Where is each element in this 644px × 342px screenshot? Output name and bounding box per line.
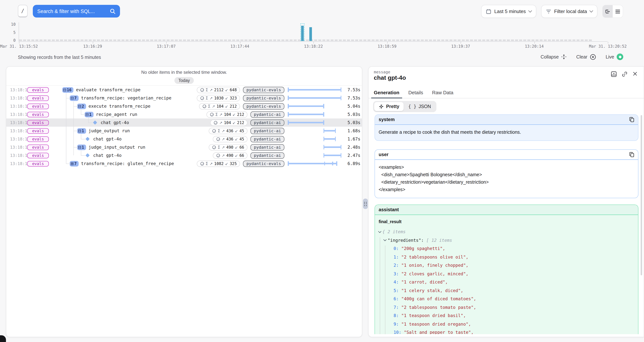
trace-list-panel: No older items in the selected time wind…: [6, 66, 362, 337]
collapse-children-badge[interactable]: ⊟1: [77, 128, 86, 134]
x-axis-tick-mark: [387, 42, 388, 44]
span-name[interactable]: chat gpt-4o: [93, 136, 122, 142]
trace-row[interactable]: 13:18:11evals⊟7transform_recipe: vegetar…: [6, 94, 362, 102]
collapse-children-badge[interactable]: ⊟1: [84, 112, 93, 117]
token-usage-badge[interactable]: Σ↗104↙212: [206, 111, 248, 118]
json-format-button[interactable]: { } JSON: [404, 102, 436, 111]
instrumentation-tag[interactable]: pydantic-ai: [250, 111, 284, 118]
trace-row[interactable]: 13:18:16evals⊟1judge_input_output runΣ↗4…: [6, 143, 362, 151]
collapse-children-badge[interactable]: ⊟16: [62, 87, 74, 92]
close-icon[interactable]: [632, 71, 638, 77]
collapse-chevron-icon[interactable]: [384, 238, 387, 241]
span-name[interactable]: evaluate transform_recipe: [76, 87, 140, 92]
env-badge-evals[interactable]: evals: [27, 161, 49, 166]
filter-local-data-dropdown[interactable]: Filter local data: [541, 5, 598, 18]
ingredient-item: 7: "2 tablespoons tomato paste",: [379, 303, 634, 312]
token-usage-badge[interactable]: ↗104↙212: [210, 120, 248, 126]
token-usage-badge[interactable]: ↗490↙66: [212, 152, 248, 158]
collapse-button[interactable]: Collapse: [540, 54, 566, 60]
pretty-format-button[interactable]: Pretty: [374, 102, 404, 111]
list-view-button[interactable]: [613, 5, 623, 18]
copy-icon[interactable]: [630, 117, 634, 122]
span-name[interactable]: transform_recipe: vegetarian_recipe: [81, 95, 172, 100]
token-usage-badge[interactable]: Σ↗436↙45: [209, 128, 248, 134]
env-badge-evals[interactable]: evals: [27, 120, 49, 125]
tab-generation[interactable]: Generation: [374, 90, 399, 98]
ingredient-item: 10: "Salt and pepper to taste",: [379, 328, 634, 334]
trace-row[interactable]: 13:18:16evals⊟1judge_output runΣ↗436↙45p…: [6, 127, 362, 135]
span-name[interactable]: chat gpt-4o: [93, 153, 122, 158]
env-badge-evals[interactable]: evals: [27, 128, 49, 134]
histogram-bar[interactable]: [309, 27, 312, 41]
token-usage-badge[interactable]: Σ↗1030↙323: [196, 95, 240, 101]
token-usage-badge[interactable]: Σ↗2112↙648: [196, 86, 240, 93]
trace-row[interactable]: 13:18:11evalschat gpt-4o↗104↙212pydantic…: [6, 118, 362, 127]
copy-link-icon[interactable]: [622, 71, 628, 77]
token-usage-badge[interactable]: Σ↗104↙212: [199, 103, 240, 109]
tab-raw-data[interactable]: Raw Data: [432, 90, 453, 98]
env-badge-evals[interactable]: evals: [27, 87, 49, 92]
final-result-label: final_result: [379, 220, 402, 224]
histogram-bar[interactable]: [301, 26, 304, 41]
instrumentation-tag[interactable]: pydantic-ai: [250, 136, 284, 142]
collapse-children-badge[interactable]: ⊟7: [70, 95, 78, 101]
span-name[interactable]: recipe_agent run: [96, 112, 137, 117]
instrumentation-tag[interactable]: pydantic-evals: [243, 95, 284, 101]
duration-bar: [288, 136, 341, 142]
ingredient-item: 5: "1 celery stalk, diced",: [379, 286, 634, 295]
span-name[interactable]: judge_output run: [88, 128, 130, 133]
x-axis-tick-mark: [166, 42, 166, 44]
showing-records-text: Showing records from the last 5 minutes: [18, 55, 101, 60]
env-badge-evals[interactable]: evals: [27, 104, 49, 109]
token-usage-badge[interactable]: ↗436↙45: [212, 136, 248, 142]
instrumentation-tag[interactable]: pydantic-evals: [243, 103, 284, 109]
live-toggle[interactable]: Live: [606, 54, 623, 60]
trace-row[interactable]: 13:18:16evalschat gpt-4o↗436↙45pydantic-…: [6, 135, 362, 143]
instrumentation-tag[interactable]: pydantic-evals: [243, 86, 284, 93]
system-message-text: Generate a recipe to cook the dish that …: [375, 125, 638, 140]
tokens-out-arrow-icon: ↙: [225, 96, 228, 100]
span-name[interactable]: transform_recipe: gluten_free_recipe: [81, 161, 174, 166]
instrumentation-tag[interactable]: pydantic-ai: [250, 128, 284, 134]
trace-row[interactable]: 13:18:11evals⊟1recipe_agent runΣ↗104↙212…: [6, 110, 362, 118]
minus-square-icon: ⊟: [78, 104, 81, 108]
x-axis-tick-mark: [19, 42, 20, 44]
instrumentation-tag[interactable]: pydantic-evals: [243, 160, 284, 167]
trace-row[interactable]: 13:18:11evals⊟2execute transform_recipeΣ…: [6, 102, 362, 110]
env-badge-evals[interactable]: evals: [27, 112, 49, 117]
env-badge-evals[interactable]: evals: [27, 152, 49, 158]
collapse-chevron-icon[interactable]: [378, 230, 382, 233]
span-name[interactable]: chat gpt-4o: [100, 120, 129, 125]
instrumentation-tag[interactable]: pydantic-ai: [250, 120, 284, 126]
token-usage-badge[interactable]: Σ↗1082↙325: [196, 160, 240, 167]
env-badge-evals[interactable]: evals: [27, 144, 49, 150]
slash-shortcut-key[interactable]: /: [18, 5, 28, 18]
panel-resize-handle[interactable]: [363, 198, 368, 209]
screen-corner-artifact: [0, 335, 6, 342]
search-input[interactable]: Search & filter with SQL...: [33, 5, 120, 18]
collapse-children-badge[interactable]: ⊟2: [77, 104, 86, 109]
clear-button[interactable]: Clear: [576, 54, 596, 60]
dock-panel-bottom-icon[interactable]: [611, 71, 617, 77]
span-name[interactable]: execute transform_recipe: [88, 104, 150, 109]
copy-icon[interactable]: [630, 152, 634, 157]
instrumentation-tag[interactable]: pydantic-ai: [250, 144, 284, 150]
trace-row[interactable]: 13:18:11evals⊞7transform_recipe: gluten_…: [6, 160, 362, 168]
detail-scrollbar[interactable]: [641, 115, 642, 275]
collapse-children-badge[interactable]: ⊟1: [77, 144, 86, 150]
trace-row[interactable]: 13:18:11evals⊟16evaluate transform_recip…: [6, 86, 362, 94]
env-badge-evals[interactable]: evals: [27, 95, 49, 101]
time-range-dropdown[interactable]: Last 5 minutes: [481, 5, 536, 18]
tokens-in-arrow-icon: ↗: [222, 153, 225, 158]
instrumentation-tag[interactable]: pydantic-ai: [250, 152, 284, 158]
row-timestamp: 13:18:11: [10, 112, 27, 117]
assistant-message-card: assistant final_result { 2 items"ingredi…: [374, 204, 638, 334]
expand-children-badge[interactable]: ⊞7: [70, 161, 78, 166]
trace-row[interactable]: 13:18:16evalschat gpt-4o↗490↙66pydantic-…: [6, 151, 362, 160]
token-usage-badge[interactable]: Σ↗490↙66: [209, 144, 248, 150]
records-histogram[interactable]: Mar 31. 13:15:5213:16:2913:17:0713:17:44…: [19, 22, 608, 42]
span-name[interactable]: judge_input_output run: [88, 144, 145, 150]
tree-view-button[interactable]: [603, 5, 613, 18]
env-badge-evals[interactable]: evals: [27, 136, 49, 142]
tab-details[interactable]: Details: [408, 90, 423, 98]
